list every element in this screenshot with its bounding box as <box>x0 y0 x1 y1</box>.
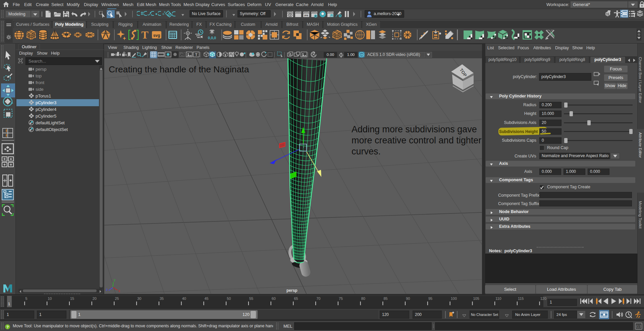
svg-text:40: 40 <box>182 296 186 301</box>
svg-text:35: 35 <box>160 296 164 301</box>
svg-text:30: 30 <box>137 296 141 301</box>
svg-text:ON: ON <box>360 54 363 56</box>
svg-text:T: T <box>195 53 198 57</box>
svg-text:50: 50 <box>227 296 231 301</box>
svg-text:95: 95 <box>428 296 432 301</box>
svg-text:5: 5 <box>25 296 27 301</box>
svg-text:100: 100 <box>451 296 457 301</box>
svg-text:60: 60 <box>272 296 276 301</box>
svg-text:105: 105 <box>473 296 479 301</box>
svg-text:90: 90 <box>406 296 410 301</box>
svg-text:25: 25 <box>115 296 119 301</box>
svg-text:0,0,0: 0,0,0 <box>208 36 216 40</box>
svg-text:65: 65 <box>294 296 298 301</box>
svg-text:svg: svg <box>153 33 160 38</box>
svg-text:55: 55 <box>249 296 253 301</box>
svg-text:20: 20 <box>93 296 97 301</box>
svg-text:115: 115 <box>518 296 524 301</box>
svg-text:{;}: {;} <box>636 325 641 328</box>
svg-text:80: 80 <box>361 296 365 301</box>
svg-text:?: ? <box>6 325 9 329</box>
svg-text:z: z <box>106 288 108 291</box>
svg-text:120: 120 <box>540 296 546 301</box>
svg-text:x: x <box>118 289 120 293</box>
svg-text:10: 10 <box>48 296 52 301</box>
svg-text:y: y <box>114 278 115 282</box>
svg-text:110: 110 <box>495 296 501 301</box>
svg-text:45: 45 <box>204 296 208 301</box>
svg-text:75: 75 <box>339 296 343 301</box>
svg-text:IPR: IPR <box>304 14 308 17</box>
svg-text:T: T <box>141 29 148 41</box>
svg-text:15: 15 <box>70 296 74 301</box>
svg-text:70: 70 <box>316 296 320 301</box>
svg-text:85: 85 <box>383 296 387 301</box>
